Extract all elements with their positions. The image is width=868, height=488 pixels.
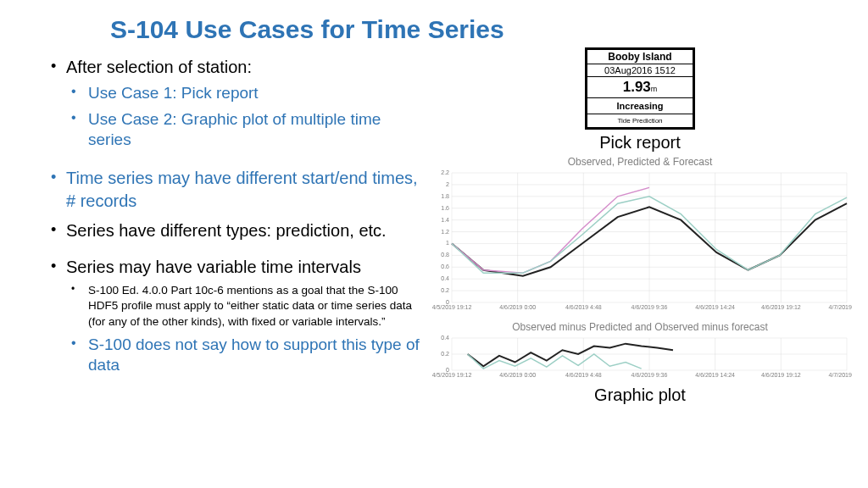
chart-2: Observed minus Predicted and Observed mi… (428, 319, 852, 385)
chart-svg: 00.20.40.60.811.21.41.61.822.24/5/2019 1… (428, 169, 852, 318)
svg-text:4/6/2019 4:48: 4/6/2019 4:48 (565, 304, 602, 310)
svg-text:1: 1 (446, 240, 449, 246)
svg-text:0.2: 0.2 (441, 287, 449, 293)
svg-text:4/7/2019 0:00: 4/7/2019 0:00 (829, 372, 852, 378)
chart-title: Observed, Predicted & Forecast (428, 154, 852, 169)
svg-text:4/6/2019 9:36: 4/6/2019 9:36 (632, 304, 668, 310)
pick-report-caption: Pick report (424, 133, 856, 152)
pick-station: Booby Island (587, 50, 693, 64)
svg-text:0.8: 0.8 (441, 252, 449, 258)
svg-text:0.4: 0.4 (441, 275, 449, 281)
svg-text:1.4: 1.4 (441, 217, 449, 223)
svg-text:4/5/2019 19:12: 4/5/2019 19:12 (432, 372, 472, 378)
svg-text:4/6/2019 0:00: 4/6/2019 0:00 (499, 304, 536, 310)
bullet-l1: Series have different types: prediction,… (42, 216, 424, 246)
bullet-l2: Use Case 2: Graphic plot of multiple tim… (66, 107, 424, 153)
svg-text:4/6/2019 0:00: 4/6/2019 0:00 (499, 372, 536, 378)
page-title: S-104 Use Cases for Time Series (0, 0, 868, 44)
svg-text:4/6/2019 4:48: 4/6/2019 4:48 (565, 372, 602, 378)
pick-value-unit: m (651, 85, 658, 93)
svg-text:1.6: 1.6 (441, 205, 449, 211)
pick-report-box: Booby Island 03Aug2016 1512 1.93m Increa… (585, 47, 695, 130)
svg-text:4/6/2019 9:36: 4/6/2019 9:36 (632, 372, 668, 378)
bullet-l1: Series may have variable time intervals … (42, 252, 424, 382)
graphic-plot-caption: Graphic plot (424, 385, 856, 405)
svg-text:1.2: 1.2 (441, 229, 449, 235)
svg-text:4/6/2019 19:12: 4/6/2019 19:12 (761, 372, 801, 378)
pick-datetime: 03Aug2016 1512 (587, 64, 693, 77)
pick-value: 1.93m (587, 77, 693, 98)
chart-title: Observed minus Predicted and Observed mi… (428, 319, 852, 335)
svg-text:4/6/2019 19:12: 4/6/2019 19:12 (761, 304, 801, 310)
svg-text:4/5/2019 19:12: 4/5/2019 19:12 (432, 304, 472, 310)
svg-text:0.6: 0.6 (441, 263, 449, 269)
svg-text:4/7/2019 0:00: 4/7/2019 0:00 (829, 304, 852, 310)
svg-text:4/6/2019 14:24: 4/6/2019 14:24 (695, 304, 735, 310)
svg-text:4/6/2019 14:24: 4/6/2019 14:24 (695, 372, 735, 378)
svg-text:1.8: 1.8 (441, 193, 449, 199)
svg-text:0.4: 0.4 (441, 335, 449, 341)
bullet-column: After selection of station: Use Case 1: … (0, 44, 424, 405)
bullet-l1: Time series may have different start/end… (42, 164, 424, 216)
svg-text:0.2: 0.2 (441, 351, 449, 357)
chart-1: Observed, Predicted & Forecast 00.20.40.… (428, 154, 852, 318)
bullet-text: After selection of station: (66, 58, 252, 76)
svg-text:2.2: 2.2 (441, 169, 449, 175)
pick-value-num: 1.93 (623, 79, 651, 95)
pick-type: Tide Prediction (587, 114, 693, 127)
bullet-l2: Use Case 1: Pick report (66, 80, 424, 107)
svg-text:2: 2 (446, 181, 449, 187)
bullet-l2-small: S-100 Ed. 4.0.0 Part 10c-6 mentions as a… (66, 280, 424, 332)
pick-trend: Increasing (587, 98, 693, 114)
bullet-l1: After selection of station: Use Case 1: … (42, 53, 424, 157)
chart-svg: 00.20.44/5/2019 19:124/6/2019 0:004/6/20… (428, 335, 852, 385)
bullet-text: Series may have variable time intervals (66, 258, 361, 276)
bullet-l2: S-100 does not say how to support this t… (66, 332, 424, 379)
